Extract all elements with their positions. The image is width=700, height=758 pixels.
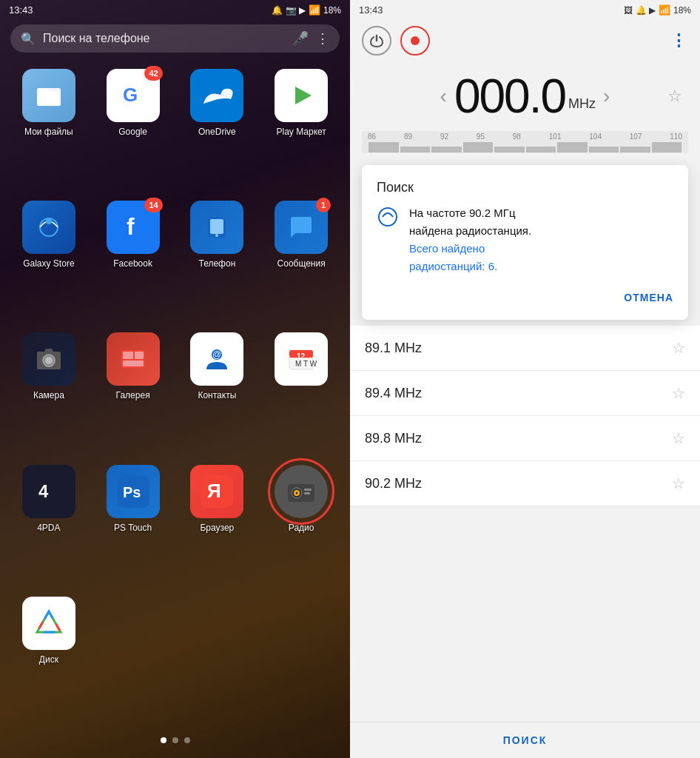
app-label-facebook: Facebook <box>113 258 152 269</box>
station-favorite-0[interactable]: ☆ <box>672 339 685 357</box>
app-icon-my-files <box>22 69 75 122</box>
dialog-cancel-button[interactable]: ОТМЕНА <box>624 286 673 309</box>
station-favorite-3[interactable]: ☆ <box>672 474 685 492</box>
app-icon-contacts: @ <box>190 332 243 386</box>
record-button[interactable] <box>400 26 430 56</box>
station-favorite-2[interactable]: ☆ <box>672 429 685 447</box>
app-my-files[interactable]: Мои файлы <box>10 69 87 193</box>
app-icon-radio <box>275 465 328 518</box>
station-list: 89.1 MHz ☆ 89.4 MHz ☆ 89.8 MHz ☆ 90.2 MH… <box>350 326 700 722</box>
app-icon-phone <box>190 201 243 254</box>
svg-text:4: 4 <box>38 481 49 501</box>
app-onedrive[interactable]: OneDrive <box>179 69 256 193</box>
svg-text:G: G <box>123 84 138 106</box>
station-item-0[interactable]: 89.1 MHz ☆ <box>350 326 700 371</box>
app-galaxy[interactable]: Galaxy Store <box>10 201 87 325</box>
app-gallery[interactable]: Галерея <box>95 332 172 457</box>
status-icons-left: 🔔 📷 ▶ 📶 18% <box>272 4 341 16</box>
dot-indicators <box>0 728 350 758</box>
search-placeholder: Поиск на телефоне <box>43 32 292 45</box>
dot-1[interactable] <box>161 737 166 743</box>
dot-2[interactable] <box>172 737 178 743</box>
app-label-camera: Камера <box>33 390 64 400</box>
app-label-contacts: Контакты <box>198 390 236 400</box>
app-label-messages: Сообщения <box>277 258 326 269</box>
station-item-1[interactable]: 89.4 MHz ☆ <box>350 371 700 416</box>
app-label-google: Google <box>118 127 147 137</box>
search-button[interactable]: ПОИСК <box>503 734 548 746</box>
app-label-galaxy: Galaxy Store <box>23 258 74 269</box>
app-facebook[interactable]: f 14 Facebook <box>95 201 172 325</box>
svg-point-9 <box>215 234 218 237</box>
app-contacts[interactable]: @ Контакты <box>179 332 256 457</box>
app-google[interactable]: G 42 Google <box>95 69 172 193</box>
app-radio[interactable]: Радио <box>263 465 340 589</box>
svg-rect-15 <box>123 360 144 366</box>
svg-rect-1 <box>37 91 61 106</box>
svg-text:Ps: Ps <box>123 484 141 500</box>
dialog-text-line1: На частоте 90.2 МГц <box>409 207 516 219</box>
station-freq-2: 89.8 MHz <box>365 431 422 446</box>
menu-dots-icon[interactable]: ⋮ <box>316 30 329 47</box>
app-label-play: Play Маркет <box>276 127 326 137</box>
favorite-button[interactable]: ☆ <box>667 87 682 106</box>
svg-rect-2 <box>37 88 49 93</box>
svg-rect-14 <box>135 352 144 359</box>
dialog-actions: ОТМЕНА <box>377 286 673 309</box>
app-label-disk: Диск <box>39 654 58 665</box>
app-calendar[interactable]: 12 M T W <box>263 332 340 457</box>
app-icon-play <box>275 69 328 122</box>
app-browser[interactable]: Я Браузер <box>179 465 256 589</box>
badge-messages: 1 <box>316 198 331 212</box>
dialog-content: На частоте 90.2 МГц найдена радиостанция… <box>377 204 673 275</box>
station-item-3[interactable]: 90.2 MHz ☆ <box>350 461 700 506</box>
station-freq-3: 90.2 MHz <box>365 476 422 492</box>
mic-icon[interactable]: 🎤 <box>292 30 309 47</box>
app-messages[interactable]: 1 Сообщения <box>263 201 340 325</box>
svg-rect-8 <box>210 219 223 234</box>
app-disk[interactable]: Диск <box>10 597 87 721</box>
bottom-search-area: ПОИСК <box>350 722 700 758</box>
search-bar[interactable]: 🔍 Поиск на телефоне 🎤 ⋮ <box>10 24 340 53</box>
station-item-2[interactable]: 89.8 MHz ☆ <box>350 416 700 461</box>
app-pstouch[interactable]: Ps PS Touch <box>95 465 172 589</box>
battery-left: 18% <box>323 5 341 16</box>
app-icon-calendar: 12 M T W <box>275 332 328 386</box>
app-4pda[interactable]: 4 4PDA <box>10 465 87 589</box>
freq-next-button[interactable]: › <box>596 84 617 108</box>
notification-icon-right: 🖼 🔔 ▶ <box>624 5 656 16</box>
scale-ticks <box>362 142 688 152</box>
search-icon: 🔍 <box>21 32 36 46</box>
svg-marker-36 <box>37 611 61 632</box>
time-left: 13:43 <box>9 4 33 16</box>
app-label-pstouch: PS Touch <box>114 523 152 533</box>
svg-marker-4 <box>295 87 312 104</box>
app-label-my-files: Мои файлы <box>24 127 73 137</box>
time-right: 13:43 <box>359 4 383 16</box>
app-icon-browser: Я <box>190 465 243 518</box>
left-panel: 13:43 🔔 📷 ▶ 📶 18% 🔍 Поиск на телефоне 🎤 … <box>0 0 350 758</box>
app-label-radio: Радио <box>289 523 314 533</box>
svg-rect-13 <box>123 352 133 359</box>
frequency-value: 000.0 <box>454 69 565 124</box>
frequency-unit: MHz <box>568 96 596 112</box>
svg-text:f: f <box>127 213 135 240</box>
app-icon-disk <box>22 597 75 650</box>
dialog-text-line3: Всего найдено <box>409 242 485 255</box>
app-camera[interactable]: Камера <box>10 332 87 457</box>
freq-prev-button[interactable]: ‹ <box>433 84 454 108</box>
dot-3[interactable] <box>184 737 190 743</box>
more-options-button[interactable]: ⋮ <box>670 31 688 50</box>
station-favorite-1[interactable]: ☆ <box>672 384 685 402</box>
svg-rect-34 <box>304 492 310 494</box>
frequency-scale: 86 89 92 95 98 101 104 107 110 <box>362 131 688 153</box>
scale-labels: 86 89 92 95 98 101 104 107 110 <box>362 131 688 142</box>
svg-point-39 <box>379 208 397 226</box>
app-phone[interactable]: Телефон <box>179 201 256 325</box>
notification-icons: 🔔 📷 ▶ <box>272 5 306 16</box>
app-label-phone: Телефон <box>198 258 235 269</box>
power-button[interactable] <box>362 26 391 56</box>
app-play[interactable]: Play Маркет <box>263 69 340 193</box>
app-grid: Мои файлы G 42 Google OneDrive <box>0 61 350 728</box>
app-icon-onedrive <box>190 69 243 122</box>
